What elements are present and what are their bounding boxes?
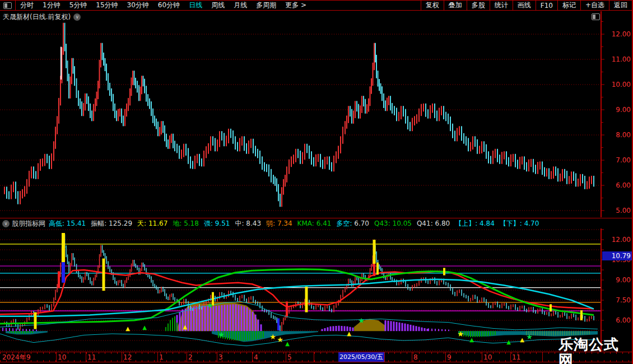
- svg-text:7.50: 7.50: [616, 296, 631, 304]
- svg-text:▲: ▲: [125, 325, 130, 332]
- toolbar-button-1[interactable]: 叠加: [444, 1, 467, 10]
- svg-text:★: ★: [218, 330, 225, 339]
- maximize-pane-icon[interactable]: [592, 13, 600, 20]
- indicator-value-9: Q43: 10.05: [374, 220, 412, 227]
- toolbar-button-7[interactable]: +自选: [580, 1, 609, 10]
- month-separator: [286, 352, 286, 362]
- period-tab-1[interactable]: 1分钟: [38, 1, 65, 10]
- indicator-value-5: 中: 8.43: [235, 219, 261, 228]
- period-tab-10[interactable]: 更多 >: [281, 1, 311, 10]
- main-price-chart[interactable]: 12.0011.0010.009.008.007.006.005.00: [0, 11, 633, 217]
- year-label: 2024年: [2, 353, 26, 362]
- indicator-value-7: KMA: 6.41: [297, 220, 332, 227]
- indicator-value-3: 地: 5.18: [173, 219, 199, 228]
- watermark-site-name: 乐淘公式网: [558, 337, 633, 364]
- period-tab-3[interactable]: 15分钟: [91, 1, 122, 10]
- toolbar-actions: 复权叠加多股统计画线F10标记+自选返回: [421, 1, 632, 10]
- svg-text:10.79: 10.79: [612, 252, 631, 260]
- period-tabs: 分时1分钟5分钟15分钟30分钟60分钟日线周线月线多周期更多 >: [16, 1, 311, 10]
- month-separator: [56, 352, 57, 362]
- indicator-source-label: 股朋指标网: [12, 219, 45, 228]
- svg-text:▲: ▲: [469, 337, 474, 343]
- toolbar-button-3[interactable]: 统计: [490, 1, 513, 10]
- period-tab-6[interactable]: 日线: [184, 1, 207, 10]
- month-separator: [510, 352, 511, 362]
- indicator-panel-chart[interactable]: ★★★★★★★▲▲▲▲▲▲▲▲12.0010.509.007.506.0010.…: [0, 228, 633, 352]
- svg-text:8.00: 8.00: [616, 131, 631, 139]
- svg-text:12.00: 12.00: [612, 30, 631, 38]
- indicator-value-0: 高低: 15.41: [49, 219, 86, 228]
- indicator-source: ∨ 股朋指标网: [0, 219, 45, 228]
- month-label-9: 8: [413, 353, 418, 362]
- period-tab-9[interactable]: 多周期: [252, 1, 281, 10]
- indicator-header: ∨ 股朋指标网 高低: 15.41振幅: 125.29天: 11.67地: 5.…: [0, 218, 633, 228]
- svg-text:11.00: 11.00: [612, 55, 631, 63]
- month-label-1: 10: [58, 353, 66, 362]
- month-separator: [412, 352, 412, 362]
- indicator-value-10: Q41: 6.80: [417, 220, 450, 227]
- month-separator: [86, 352, 86, 362]
- svg-text:▲: ▲: [285, 340, 290, 347]
- svg-text:6.00: 6.00: [616, 181, 631, 189]
- period-tab-4[interactable]: 30分钟: [123, 1, 153, 10]
- period-tab-8[interactable]: 月线: [229, 1, 252, 10]
- month-separator: [445, 352, 446, 362]
- selected-date-badge: 2025/05/30/五: [338, 352, 384, 362]
- svg-text:9.00: 9.00: [616, 276, 631, 284]
- chart-title: 天晟新材(日线.前复权): [3, 12, 71, 22]
- period-tab-5[interactable]: 60分钟: [153, 1, 184, 10]
- svg-text:12.00: 12.00: [612, 236, 631, 244]
- svg-text:★: ★: [358, 316, 365, 325]
- toolbar-button-0[interactable]: 复权: [421, 1, 444, 10]
- month-label-5: 2: [188, 353, 193, 362]
- svg-text:6.00: 6.00: [616, 316, 631, 324]
- month-label-0: 9: [26, 353, 31, 362]
- period-tab-7[interactable]: 周线: [207, 1, 229, 10]
- month-label-4: 1: [159, 353, 164, 362]
- toolbar-button-5[interactable]: F10: [536, 1, 557, 10]
- month-label-2: 11: [87, 353, 96, 362]
- app-window: 分时1分钟5分钟15分钟30分钟60分钟日线周线月线多周期更多 > 复权叠加多股…: [0, 0, 633, 364]
- month-separator: [482, 352, 482, 362]
- date-axis: 2024年 9101112123458910112025/05/30/五: [0, 352, 632, 362]
- month-label-10: 9: [447, 353, 452, 362]
- svg-text:★: ★: [269, 333, 276, 341]
- month-separator: [157, 352, 158, 362]
- svg-text:10.00: 10.00: [612, 81, 631, 88]
- indicator-value-8: 多空: 6.70: [336, 219, 369, 228]
- svg-text:★: ★: [207, 301, 213, 310]
- svg-text:9.00: 9.00: [616, 106, 631, 114]
- chart-title-row: 天晟新材(日线.前复权) ∨: [3, 12, 81, 22]
- toolbar: 分时1分钟5分钟15分钟30分钟60分钟日线周线月线多周期更多 > 复权叠加多股…: [0, 0, 632, 11]
- month-label-6: 3: [218, 353, 223, 362]
- month-separator: [25, 352, 25, 362]
- svg-text:5.00: 5.00: [616, 207, 631, 214]
- svg-text:★: ★: [457, 330, 464, 338]
- svg-text:▲: ▲: [520, 337, 524, 343]
- toolbar-button-6[interactable]: 标记: [557, 1, 580, 10]
- month-label-8: 5: [287, 353, 292, 362]
- svg-text:▲: ▲: [183, 324, 187, 330]
- toolbar-button-4[interactable]: 画线: [513, 1, 536, 10]
- svg-text:▲: ▲: [142, 324, 147, 330]
- toolbar-button-2[interactable]: 多股: [467, 1, 490, 10]
- month-separator: [542, 352, 543, 362]
- month-label-11: 10: [483, 353, 492, 362]
- period-tab-2[interactable]: 5分钟: [65, 1, 92, 10]
- month-label-7: 4: [254, 353, 258, 362]
- indicator-value-6: 弱: 7.34: [266, 219, 292, 228]
- split-panel-icon[interactable]: [0, 1, 16, 10]
- title-dropdown-icon[interactable]: ∨: [73, 13, 81, 21]
- indicator-value-2: 天: 11.67: [137, 219, 167, 228]
- month-separator: [122, 352, 122, 362]
- period-tab-0[interactable]: 分时: [16, 1, 38, 10]
- svg-text:▲: ▲: [347, 330, 351, 337]
- month-separator: [314, 352, 314, 362]
- svg-text:★: ★: [526, 333, 533, 341]
- watermark: 乐淘公式网 www.60lt.com: [558, 337, 633, 364]
- indicator-value-1: 振幅: 125.29: [91, 219, 132, 228]
- indicator-collapse-icon[interactable]: ∨: [2, 220, 10, 227]
- toolbar-button-8[interactable]: 返回: [609, 1, 632, 10]
- svg-text:7.00: 7.00: [616, 156, 631, 164]
- month-separator: [217, 352, 217, 362]
